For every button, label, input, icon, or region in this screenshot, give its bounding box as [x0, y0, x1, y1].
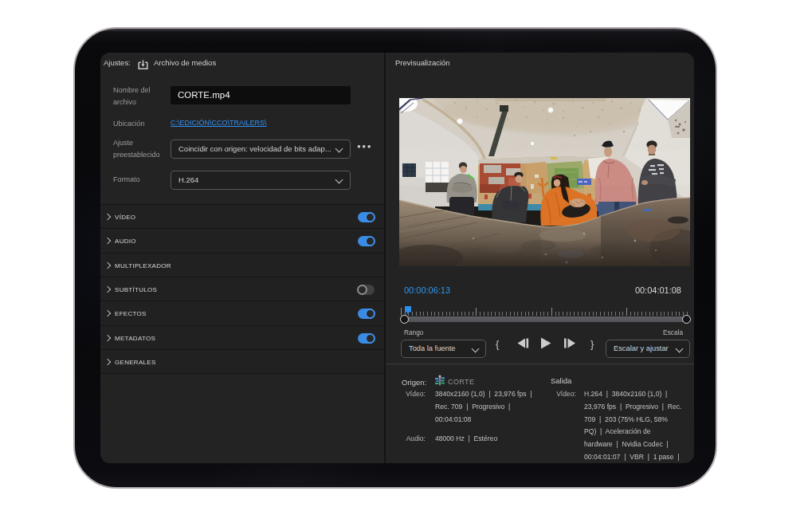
svg-text:{: { — [496, 337, 500, 349]
svg-text:}: } — [590, 337, 594, 349]
